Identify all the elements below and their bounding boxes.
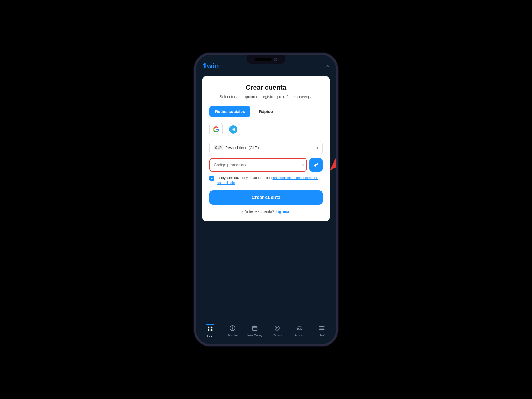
- promo-confirm-button[interactable]: [309, 158, 323, 172]
- menu-label: Menú: [318, 334, 325, 337]
- gamepad-icon: [296, 325, 303, 331]
- telegram-icon: [229, 125, 237, 134]
- terms-checkbox-row: Estoy familiarizado y de acuerdo con las…: [209, 175, 323, 185]
- telegram-svg: [231, 127, 236, 132]
- modal-subtitle: Selecciona la opción de registro que más…: [209, 94, 323, 100]
- logo-text: win: [207, 62, 219, 70]
- svg-rect-3: [208, 329, 209, 331]
- en-vivo-label: En vivo: [295, 334, 304, 337]
- soccer-icon: [229, 325, 236, 331]
- telegram-login-button[interactable]: [227, 123, 240, 136]
- promo-input-wrap: ×: [209, 158, 307, 172]
- nav-item-inicio[interactable]: Inicio: [199, 324, 221, 338]
- free-money-icon: [252, 325, 258, 333]
- svg-rect-2: [211, 326, 212, 328]
- tabs-row: Redes sociales Rápido: [209, 106, 323, 117]
- en-vivo-icon: [296, 325, 303, 333]
- create-account-button[interactable]: Crear cuenta: [209, 190, 323, 205]
- currency-label: Peso chileno (CLP): [225, 145, 316, 150]
- nav-item-menu[interactable]: Menú: [311, 325, 333, 337]
- phone-shell: 1win × Crear cuenta Selecciona la opción…: [194, 53, 338, 346]
- tab-rapido[interactable]: Rápido: [253, 106, 278, 117]
- social-icons-row: [209, 123, 323, 136]
- speaker: [255, 58, 272, 61]
- google-icon: [213, 126, 219, 133]
- login-prefix: ¿Ya tienes cuenta?: [241, 209, 275, 214]
- svg-point-10: [276, 327, 278, 329]
- chevron-down-icon: ▾: [316, 145, 318, 150]
- phone-notch: [247, 55, 285, 64]
- casino-icon: [274, 325, 280, 333]
- camera: [274, 58, 277, 61]
- currency-badge: CLP: [214, 145, 223, 150]
- svg-rect-1: [208, 326, 209, 328]
- inicio-label: Inicio: [207, 335, 213, 338]
- currency-selector[interactable]: CLP Peso chileno (CLP) ▾: [209, 141, 323, 154]
- modal-card: Crear cuenta Selecciona la opción de reg…: [202, 76, 330, 221]
- svg-point-21: [301, 328, 301, 329]
- gift-icon: [252, 325, 258, 331]
- tab-redes-sociales[interactable]: Redes sociales: [209, 106, 250, 117]
- app-logo: 1win: [203, 62, 219, 70]
- promo-code-row: ×: [209, 158, 323, 172]
- close-button[interactable]: ×: [326, 63, 329, 69]
- main-content: Crear cuenta Selecciona la opción de reg…: [196, 71, 336, 320]
- logo-accent: 1: [203, 62, 207, 70]
- free-money-label: Free Money: [247, 334, 262, 337]
- terms-label: Estoy familiarizado y de acuerdo con las…: [217, 175, 323, 185]
- checkmark-icon: [313, 163, 318, 167]
- menu-icon: [319, 325, 325, 333]
- login-link[interactable]: Ingresar: [275, 209, 291, 214]
- terms-checkbox[interactable]: [209, 176, 214, 181]
- svg-point-6: [232, 327, 233, 329]
- svg-rect-4: [211, 329, 212, 331]
- promo-clear-button[interactable]: ×: [302, 162, 304, 167]
- deportes-icon: [229, 325, 236, 333]
- nav-item-casino[interactable]: Casino: [266, 325, 288, 337]
- phone-screen: 1win × Crear cuenta Selecciona la opción…: [196, 55, 336, 344]
- nav-item-en-vivo[interactable]: En vivo: [288, 325, 311, 337]
- deportes-label: Deportes: [227, 334, 238, 337]
- inicio-icon: [207, 326, 213, 334]
- settings-icon: [274, 325, 280, 331]
- promo-code-input[interactable]: [209, 158, 307, 172]
- google-login-button[interactable]: [209, 123, 223, 136]
- nav-active-indicator: [206, 324, 214, 325]
- hamburger-icon: [319, 325, 325, 331]
- casino-label: Casino: [273, 334, 282, 337]
- nav-item-deportes[interactable]: Deportes: [221, 325, 244, 337]
- checkmark-small-icon: [211, 177, 214, 179]
- modal-title: Crear cuenta: [209, 84, 323, 91]
- login-row: ¿Ya tienes cuenta? Ingresar: [209, 209, 323, 214]
- home-icon: [207, 326, 213, 332]
- nav-item-free-money[interactable]: Free Money: [244, 325, 266, 337]
- bottom-nav: Inicio Deportes: [196, 320, 336, 344]
